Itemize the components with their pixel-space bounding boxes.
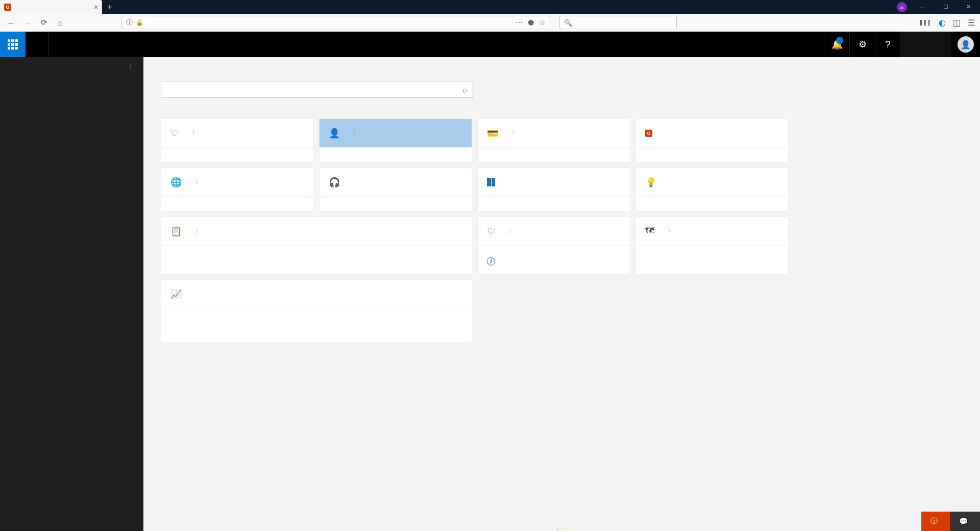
help-circle-icon: ⓘ (930, 517, 938, 526)
url-bar[interactable]: ⓘ 🔒 ⋯ ⬟ ☆ (121, 16, 550, 29)
clipboard-icon: 📋 (170, 226, 182, 237)
notif-count (836, 37, 843, 44)
bookmark-icon[interactable]: ☆ (539, 18, 546, 27)
collapse-nav-button[interactable]: 〈 (0, 57, 143, 78)
guide-icon: 🗺 (645, 226, 654, 236)
browser-tab[interactable]: O × (0, 0, 102, 14)
browser-search[interactable]: 🔍 (559, 16, 677, 29)
left-nav: 〈 (0, 57, 143, 531)
chevron-right-icon: 〉 (195, 227, 201, 235)
card-domains: 🌐 〉 (161, 167, 314, 211)
forward-button[interactable]: → (21, 16, 34, 29)
chevron-right-icon: 〉 (668, 227, 674, 235)
main-search-input[interactable] (166, 86, 462, 94)
page-actions-icon[interactable]: ⋯ (516, 18, 523, 27)
pocket-icon[interactable]: ⬟ (528, 18, 534, 27)
sidebar-icon[interactable]: ◫ (953, 18, 961, 28)
tab-close-icon[interactable]: × (94, 3, 98, 11)
heartbeat-icon: ♡ (170, 128, 179, 139)
extension-icon[interactable]: ∞ (897, 2, 907, 12)
card-dirsync: ♡ 〉 (161, 118, 314, 162)
card-active-users: 📈 (161, 279, 472, 343)
browser-titlebar: O × + ∞ — ☐ ✕ (0, 0, 980, 14)
search-icon[interactable]: ⌕ (462, 85, 468, 94)
window-maximize-icon[interactable]: ☐ (934, 0, 957, 14)
need-help-button[interactable]: ⓘ (921, 512, 950, 531)
chevron-right-icon: 〉 (195, 178, 201, 186)
card-billing: 💳 〉 (477, 118, 630, 162)
card-office-software: O (635, 118, 789, 162)
bulb-icon: 💡 (645, 177, 656, 188)
card-setup-guides: 🗺 〉 (635, 216, 789, 274)
card-icon: 💳 (487, 128, 498, 139)
browser-toolbar: ← → ⟳ ⌂ ⓘ 🔒 ⋯ ⬟ ☆ 🔍 ⫿⫿⫿ ◐ ◫ ☰ (0, 14, 980, 32)
card-win10-header[interactable] (478, 168, 630, 197)
chart-icon: 📈 (170, 288, 182, 300)
card-users-header[interactable]: 👤 〉 (320, 119, 472, 148)
card-support: 🎧 (319, 167, 472, 211)
chat-icon: 💬 (959, 517, 968, 525)
notifications-button[interactable]: 🔔 (824, 32, 849, 57)
card-health-header[interactable]: ♡ 〉 (478, 217, 630, 246)
card-activeusers-header[interactable]: 📈 (161, 280, 472, 308)
heartbeat-icon: ♡ (487, 226, 495, 237)
card-message-center: 📋 〉 (161, 216, 472, 274)
card-domains-header[interactable]: 🌐 〉 (161, 168, 313, 197)
advisory-count-row[interactable]: i (487, 257, 621, 266)
info-icon: i (487, 257, 495, 266)
globe-icon: 🌐 (170, 177, 182, 188)
settings-button[interactable]: ⚙ (849, 32, 875, 57)
window-minimize-icon[interactable]: — (911, 0, 934, 14)
sync-icon[interactable]: ◐ (939, 18, 946, 28)
office-icon: O (645, 130, 652, 137)
card-videos: 💡 (635, 167, 789, 211)
card-service-health: ♡ 〉 i (477, 216, 630, 274)
card-videos-header[interactable]: 💡 (636, 168, 788, 197)
o365-header: 🔔 ⚙ ? 👤 (0, 32, 980, 57)
reload-button[interactable]: ⟳ (38, 16, 50, 29)
back-button[interactable]: ← (5, 16, 17, 29)
main-search[interactable]: ⌕ (161, 82, 473, 98)
site-info-icon[interactable]: ⓘ (126, 18, 133, 27)
tab-favicon: O (4, 4, 11, 11)
user-name-area[interactable] (900, 32, 951, 57)
card-win10 (477, 167, 630, 211)
chevron-right-icon: 〉 (508, 227, 514, 235)
chevron-right-icon: 〉 (511, 129, 518, 137)
library-icon[interactable]: ⫿⫿⫿ (919, 18, 932, 28)
home-button[interactable]: ⌂ (54, 16, 66, 29)
main-content: ⌕ ♡ 〉 👤 〉 (143, 57, 980, 531)
card-msgcenter-header[interactable]: 📋 〉 (161, 217, 472, 246)
menu-icon[interactable]: ☰ (968, 18, 975, 28)
feedback-button[interactable]: 💬 (950, 512, 980, 531)
app-launcher[interactable] (0, 32, 26, 57)
card-support-header[interactable]: 🎧 (320, 168, 472, 197)
help-button[interactable]: ? (875, 32, 900, 57)
search-icon: 🔍 (564, 19, 572, 27)
chart-area (168, 317, 464, 339)
card-billing-header[interactable]: 💳 〉 (478, 119, 630, 148)
waffle-icon (8, 39, 18, 50)
windows-icon (487, 178, 495, 186)
advisory-text (487, 252, 621, 257)
person-icon: 👤 (329, 128, 340, 139)
new-tab-button[interactable]: + (102, 0, 117, 14)
card-setup-header[interactable]: 🗺 〉 (636, 217, 788, 246)
lock-icon: 🔒 (136, 19, 143, 26)
chevron-right-icon: 〉 (353, 129, 359, 137)
discord-tooltip (557, 528, 567, 531)
chevron-right-icon: 〉 (192, 129, 198, 137)
user-avatar[interactable]: 👤 (958, 36, 974, 53)
card-office-header[interactable]: O (636, 119, 788, 148)
card-dirsync-header[interactable]: ♡ 〉 (161, 119, 313, 148)
card-users: 👤 〉 (319, 118, 472, 162)
headset-icon: 🎧 (329, 177, 340, 188)
window-close-icon[interactable]: ✕ (957, 0, 980, 14)
o365-brand[interactable] (26, 32, 48, 57)
